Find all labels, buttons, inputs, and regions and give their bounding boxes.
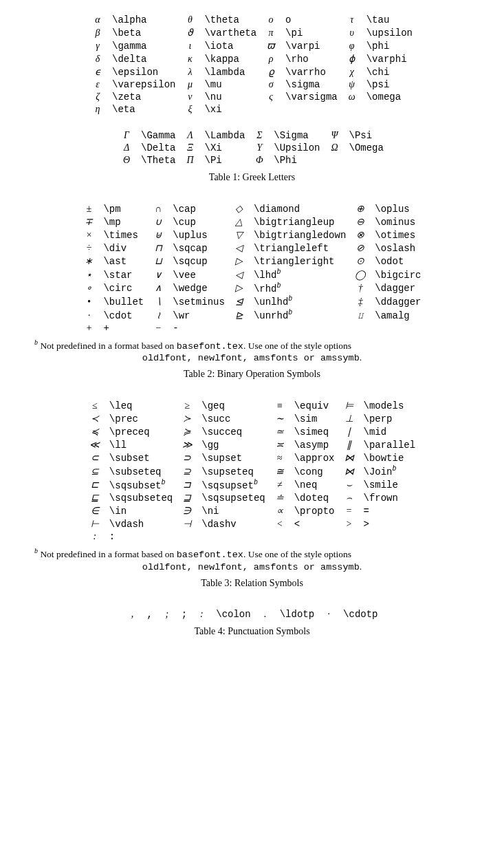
latex-command: \asymp	[290, 438, 339, 451]
symbol-glyph: Θ	[116, 154, 137, 166]
latex-command: \bowtie	[360, 451, 420, 464]
symbol-glyph: ⊃	[177, 451, 197, 464]
latex-command	[362, 103, 417, 116]
latex-command: \sqsubseteq	[105, 491, 177, 504]
symbol-glyph: ⌣	[339, 478, 360, 492]
latex-command: \varpi	[281, 39, 342, 52]
symbol-glyph	[229, 322, 250, 334]
latex-command: \upsilon	[362, 26, 417, 39]
latex-command: \chi	[362, 65, 417, 78]
latex-command: \succeq	[197, 425, 269, 438]
latex-command: \vee	[168, 268, 229, 281]
latex-command: \cdotp	[339, 608, 382, 621]
symbol-glyph: ∣	[339, 425, 360, 438]
symbol-glyph: ·	[78, 308, 99, 322]
latex-command: \triangleright	[250, 255, 350, 268]
table-footnote-line2: oldlfont, newlfont, amsfonts or amssymb.	[34, 352, 470, 363]
symbol-table: , ,; ;:\colon.\ldotp·\cdotp	[122, 608, 382, 621]
latex-command: \wedge	[168, 281, 229, 295]
symbol-glyph: ∝	[270, 504, 290, 517]
table-row: ϵ\epsilonλ\lambdaϱ\varrhoχ\chi	[87, 65, 417, 78]
symbol-glyph: Γ	[116, 129, 137, 142]
symbol-glyph: ι	[179, 39, 200, 52]
symbol-glyph: >	[339, 517, 360, 530]
symbol-glyph: ≼	[85, 425, 105, 438]
symbol-glyph: ⊓	[148, 241, 168, 255]
symbol-glyph: ∓	[78, 215, 99, 228]
latex-command: \approx	[290, 451, 339, 464]
table-row: ≺\prec≻\succ∼\sim⊥\perp	[85, 412, 419, 425]
latex-command: \oslash	[371, 241, 425, 255]
table-row: β\betaϑ\varthetaπ\piυ\upsilon	[87, 26, 417, 39]
symbol-glyph: ∈	[85, 504, 105, 517]
symbol-glyph: ⊘	[350, 241, 371, 255]
symbol-glyph: ,	[122, 608, 142, 621]
latex-command: \psi	[362, 78, 417, 91]
table-row: ⊂\subset⊃\supset≈\approx⋈\bowtie	[85, 451, 419, 464]
symbol-glyph: ∘	[78, 281, 99, 295]
latex-command: \odot	[371, 255, 425, 268]
latex-command	[197, 530, 269, 543]
latex-command: \frown	[360, 491, 420, 504]
latex-command: \sqcup	[168, 255, 229, 268]
latex-command: \Sigma	[270, 129, 324, 142]
table-caption: Table 4: Punctuation Symbols	[21, 626, 483, 637]
table-row: ⊏\sqsubsetb⊐\sqsupsetb≠\neq⌣\smile	[85, 478, 419, 492]
symbol-glyph: ϑ	[179, 26, 200, 39]
latex-command: \ni	[197, 504, 269, 517]
latex-command: \vdash	[105, 517, 177, 530]
latex-command: \diamond	[250, 202, 350, 215]
latex-command: \supseteq	[197, 464, 269, 478]
table-row: η\etaξ\xi	[87, 103, 417, 116]
latex-command: \propto	[290, 504, 339, 517]
latex-command: \mu	[200, 78, 261, 91]
symbol-glyph: ϖ	[261, 39, 281, 52]
symbol-glyph	[342, 103, 362, 116]
table-row: ⋆\star∨\vee◁\lhdb◯\bigcirc	[78, 268, 425, 281]
symbol-glyph: ∖	[148, 294, 168, 308]
latex-command: \in	[105, 504, 177, 517]
latex-command	[360, 530, 420, 543]
latex-command: \ominus	[371, 215, 425, 228]
latex-command: \ast	[99, 255, 148, 268]
table-row: ⊆\subseteq⊇\supseteq≅\cong⋈\Joinb	[85, 464, 419, 478]
latex-command: \beta	[108, 26, 179, 39]
latex-command: \bigtriangleup	[250, 215, 350, 228]
latex-command: \lhdb	[250, 268, 350, 281]
symbol-glyph: ⋆	[78, 268, 99, 281]
symbol-glyph: δ	[87, 52, 108, 65]
symbol-glyph: .	[255, 608, 276, 621]
latex-command: \star	[99, 268, 148, 281]
symbol-glyph: ⋈	[339, 464, 360, 478]
table-row: •\bullet∖\setminus⊴\unlhdb‡\ddagger	[78, 294, 425, 308]
table-row: ×\times⊎\uplus▽\bigtriangledown⊗\otimes	[78, 228, 425, 241]
latex-command: \pm	[99, 202, 148, 215]
symbol-glyph: ≫	[177, 438, 197, 451]
latex-command: \Gamma	[137, 129, 179, 142]
table-row: ∗\ast⊔\sqcup▷\triangleright⊙\odot	[78, 255, 425, 268]
latex-command: o	[281, 14, 342, 26]
latex-command: \xi	[200, 103, 261, 116]
table-row: ±\pm∩\cap◇\diamond⊕\oplus	[78, 202, 425, 215]
symbol-glyph: ⌢	[339, 491, 360, 504]
symbol-glyph: ◁	[229, 241, 250, 255]
symbol-glyph	[270, 530, 290, 543]
symbol-glyph: +	[78, 322, 99, 334]
latex-command: \mp	[99, 215, 148, 228]
symbol-glyph: ≽	[177, 425, 197, 438]
symbol-glyph: ≺	[85, 412, 105, 425]
symbol-glyph: ◇	[229, 202, 250, 215]
latex-command: ;	[177, 608, 191, 621]
latex-command: -	[168, 322, 229, 334]
symbol-glyph: ζ	[87, 91, 108, 103]
latex-command: \succ	[197, 412, 269, 425]
table-caption: Table 1: Greek Letters	[21, 172, 483, 183]
symbol-glyph: ⊂	[85, 451, 105, 464]
symbol-glyph: †	[350, 281, 371, 295]
symbol-glyph: Π	[179, 154, 200, 166]
latex-command: \vartheta	[200, 26, 261, 39]
table-row: Δ\DeltaΞ\XiΥ\UpsilonΩ\Omega	[116, 142, 388, 154]
symbol-glyph: ‡	[350, 294, 371, 308]
latex-command	[371, 322, 425, 334]
latex-command: \oplus	[371, 202, 425, 215]
